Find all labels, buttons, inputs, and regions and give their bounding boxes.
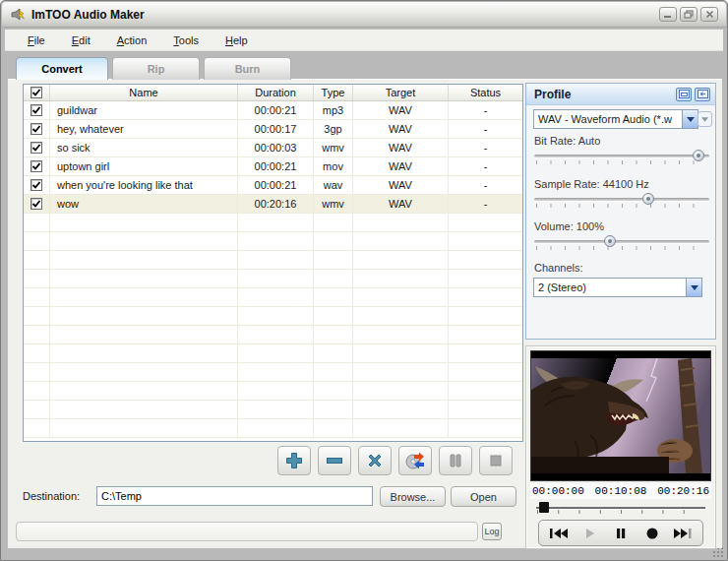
empty-cell [24,214,50,231]
table-row[interactable]: guildwar00:00:21mp3WAV- [24,101,522,120]
menu-item-tools[interactable]: Tools [164,31,208,49]
row-checkbox[interactable] [30,142,42,154]
minimize-button[interactable] [659,7,677,22]
column-header-duration[interactable]: Duration [238,85,314,100]
empty-cell [449,344,522,362]
skip-end-button[interactable] [670,524,696,542]
convert-disc-button[interactable] [398,446,432,475]
empty-cell [24,270,50,287]
empty-cell [238,382,314,400]
column-header-target[interactable]: Target [353,85,449,100]
menu-item-edit[interactable]: Edit [63,31,99,49]
column-header-name[interactable]: Name [50,85,238,100]
stop-encoding-button[interactable] [479,446,513,475]
add-file-button[interactable] [277,446,311,475]
chevron-down-icon[interactable] [686,279,701,296]
panel-layout-icon[interactable] [676,88,692,101]
time-start: 00:00:00 [532,485,584,497]
pause-encoding-button[interactable] [439,446,472,475]
skip-start-button[interactable] [546,524,572,542]
table-row[interactable]: uptown girl00:00:21movWAV- [24,157,522,176]
empty-cell [449,382,522,400]
menu-item-help[interactable]: Help [216,31,257,49]
empty-cell [50,214,238,231]
log-button[interactable]: Log [482,523,502,540]
empty-cell [238,232,314,250]
cell-type: mov [314,157,353,175]
cell-name: so sick [50,139,238,156]
cell-st: - [449,157,522,175]
row-checkbox[interactable] [30,179,42,191]
empty-cell [314,288,353,306]
cell-tgt: WAV [353,139,449,156]
empty-cell [353,232,449,250]
column-header-type[interactable]: Type [314,85,353,100]
bitrate-slider[interactable] [534,150,709,167]
row-checkbox[interactable] [30,198,42,210]
seek-slider[interactable] [536,501,705,517]
empty-cell [353,270,449,287]
cell-name: hey, whatever [50,120,238,138]
row-checkbox-cell [24,101,50,119]
play-button[interactable] [576,524,602,542]
empty-cell [50,288,238,306]
table-row[interactable]: hey, whatever00:00:173gpWAV- [24,120,522,139]
empty-row [24,232,522,251]
stop-button[interactable] [639,524,665,542]
browse-button[interactable]: Browse... [380,486,446,507]
empty-cell [353,214,449,231]
empty-cell [353,307,449,325]
cell-name: uptown girl [50,157,238,175]
panel-dock-icon[interactable] [695,88,710,101]
table-row[interactable]: so sick00:00:03wmvWAV- [24,139,522,157]
destination-input[interactable] [96,486,373,506]
restore-button[interactable] [680,7,698,22]
close-button[interactable] [700,7,718,22]
empty-cell [24,326,50,343]
empty-row [24,288,522,307]
cell-dur: 00:00:17 [238,120,314,138]
open-button[interactable]: Open [451,486,516,507]
row-checkbox-cell [24,139,50,156]
tab-convert[interactable]: Convert [16,57,108,80]
menu-item-file[interactable]: File [19,31,54,49]
empty-row [24,270,522,288]
row-checkbox[interactable] [30,123,42,135]
cell-dur: 00:00:03 [238,139,314,156]
volume-slider[interactable] [534,235,709,253]
slider-thumb[interactable] [642,193,654,205]
channels-select[interactable]: 2 (Stereo) [533,278,702,297]
empty-cell [449,214,522,231]
app-window: ImTOO Audio Maker FileEditActionToolsHel… [0,0,728,561]
clear-list-button[interactable] [358,446,392,475]
pause-button[interactable] [608,524,634,542]
volume-label: Volume: 100% [534,220,604,232]
slider-thumb[interactable] [604,235,616,247]
table-row[interactable]: when you're looking like that00:00:21wav… [24,176,522,195]
tab-rip[interactable]: Rip [112,57,200,80]
samplerate-label: Sample Rate: 44100 Hz [534,178,649,190]
samplerate-slider[interactable] [534,193,709,211]
cell-dur: 00:00:21 [238,176,314,194]
format-expand-button[interactable] [698,111,712,127]
remove-file-button[interactable] [318,446,351,475]
cell-name: when you're looking like that [50,176,238,194]
column-header-status[interactable]: Status [449,85,522,100]
tab-burn[interactable]: Burn [204,57,291,80]
seek-thumb[interactable] [539,502,549,513]
empty-cell [24,419,50,437]
format-select[interactable]: WAV - Waveform Audio (*.w [533,109,698,129]
chevron-down-icon[interactable] [682,110,698,128]
player-panel: 00:00:00 00:10:08 00:20:16 [525,345,716,549]
table-row[interactable]: wow00:20:16wmvWAV- [24,195,522,214]
title-bar: ImTOO Audio Maker [2,2,726,28]
empty-cell [238,307,314,325]
row-checkbox[interactable] [30,160,42,172]
profile-title: Profile [534,88,571,101]
empty-cell [314,326,353,343]
empty-cell [314,214,353,231]
row-checkbox[interactable] [30,104,42,116]
menu-item-action[interactable]: Action [108,31,156,49]
select-all-checkbox[interactable] [30,87,42,98]
empty-cell [24,344,50,362]
